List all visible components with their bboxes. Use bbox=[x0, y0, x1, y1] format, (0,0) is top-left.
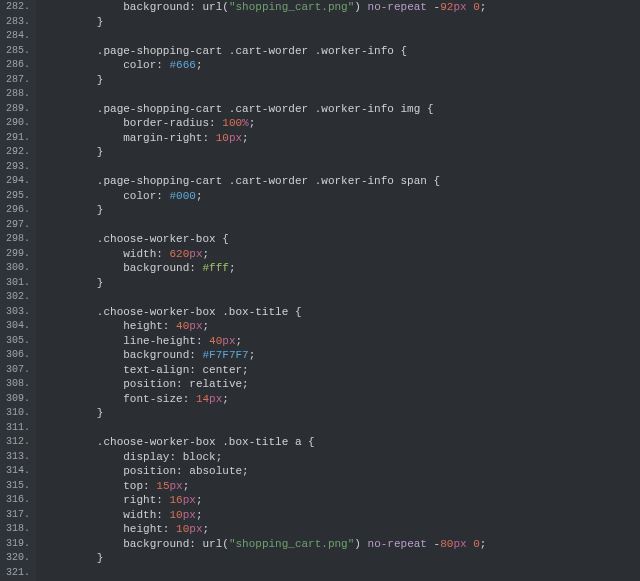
semicolon: ; bbox=[196, 509, 203, 521]
brace-close: } bbox=[97, 16, 104, 28]
brace-open: { bbox=[222, 233, 229, 245]
code-line: } bbox=[44, 203, 640, 218]
semicolon: ; bbox=[480, 538, 487, 550]
code-line: display: block; bbox=[44, 450, 640, 465]
semicolon: ; bbox=[229, 262, 236, 274]
brace-open: { bbox=[308, 436, 315, 448]
semicolon: ; bbox=[196, 494, 203, 506]
colon: : bbox=[202, 132, 209, 144]
color-value: #F7F7F7 bbox=[202, 349, 248, 361]
line-number: 283 bbox=[6, 15, 30, 30]
code-line: } bbox=[44, 551, 640, 566]
property: width bbox=[123, 509, 156, 521]
property: color bbox=[123, 59, 156, 71]
code-line: background: #F7F7F7; bbox=[44, 348, 640, 363]
string: "shopping_cart.png" bbox=[229, 538, 354, 550]
property: text-align bbox=[123, 364, 189, 376]
code-line bbox=[44, 566, 640, 581]
number: 100 bbox=[222, 117, 242, 129]
line-number: 313 bbox=[6, 450, 30, 465]
number: 10 bbox=[169, 509, 182, 521]
ident-value: block bbox=[183, 451, 216, 463]
string: "shopping_cart.png" bbox=[229, 1, 354, 13]
code-line: position: relative; bbox=[44, 377, 640, 392]
line-number: 286 bbox=[6, 58, 30, 73]
colon: : bbox=[209, 117, 216, 129]
brace-close: } bbox=[97, 407, 104, 419]
colon: : bbox=[163, 320, 170, 332]
unit: px bbox=[222, 335, 235, 347]
semicolon: ; bbox=[222, 393, 229, 405]
ident-value: absolute bbox=[189, 465, 242, 477]
code-line bbox=[44, 87, 640, 102]
colon: : bbox=[156, 509, 163, 521]
code-line: height: 10px; bbox=[44, 522, 640, 537]
colon: : bbox=[156, 190, 163, 202]
line-number: 304 bbox=[6, 319, 30, 334]
code-line: color: #666; bbox=[44, 58, 640, 73]
colon: : bbox=[189, 349, 196, 361]
colon: : bbox=[189, 262, 196, 274]
brace-open: { bbox=[427, 103, 434, 115]
property: display bbox=[123, 451, 169, 463]
line-number: 318 bbox=[6, 522, 30, 537]
semicolon: ; bbox=[242, 364, 249, 376]
line-number: 315 bbox=[6, 479, 30, 494]
code-line: .choose-worker-box .box-title a { bbox=[44, 435, 640, 450]
line-number: 316 bbox=[6, 493, 30, 508]
property: background bbox=[123, 1, 189, 13]
line-number-gutter: 2822832842852862872882892902912922932942… bbox=[0, 0, 36, 581]
code-line: } bbox=[44, 406, 640, 421]
line-number: 303 bbox=[6, 305, 30, 320]
unit: px bbox=[183, 494, 196, 506]
code-line bbox=[44, 290, 640, 305]
line-number: 297 bbox=[6, 218, 30, 233]
color-value: #fff bbox=[202, 262, 228, 274]
code-line bbox=[44, 421, 640, 436]
semicolon: ; bbox=[249, 349, 256, 361]
line-number: 308 bbox=[6, 377, 30, 392]
code-line: } bbox=[44, 15, 640, 30]
number: 80 bbox=[440, 538, 453, 550]
unit: px bbox=[183, 509, 196, 521]
line-number: 298 bbox=[6, 232, 30, 247]
number: 92 bbox=[440, 1, 453, 13]
colon: : bbox=[156, 248, 163, 260]
unit: px bbox=[169, 480, 182, 492]
number: 0 bbox=[473, 1, 480, 13]
code-line: width: 620px; bbox=[44, 247, 640, 262]
selector: .choose-worker-box bbox=[97, 233, 216, 245]
property: background bbox=[123, 538, 189, 550]
code-line: border-radius: 100%; bbox=[44, 116, 640, 131]
line-number: 310 bbox=[6, 406, 30, 421]
ident-value: center bbox=[202, 364, 242, 376]
line-number: 321 bbox=[6, 566, 30, 581]
code-line: } bbox=[44, 73, 640, 88]
code-line: .choose-worker-box .box-title { bbox=[44, 305, 640, 320]
line-number: 300 bbox=[6, 261, 30, 276]
code-line bbox=[44, 160, 640, 175]
url-func: ) bbox=[354, 1, 361, 13]
color-value: #000 bbox=[169, 190, 195, 202]
code-line: right: 16px; bbox=[44, 493, 640, 508]
url-func: url( bbox=[202, 538, 228, 550]
line-number: 319 bbox=[6, 537, 30, 552]
ident-value: relative bbox=[189, 378, 242, 390]
line-number: 305 bbox=[6, 334, 30, 349]
colon: : bbox=[163, 523, 170, 535]
line-number: 302 bbox=[6, 290, 30, 305]
colon: : bbox=[189, 538, 196, 550]
code-area[interactable]: background: url("shopping_cart.png") no-… bbox=[36, 0, 640, 581]
code-line: height: 40px; bbox=[44, 319, 640, 334]
line-number: 307 bbox=[6, 363, 30, 378]
semicolon: ; bbox=[216, 451, 223, 463]
property: margin-right bbox=[123, 132, 202, 144]
colon: : bbox=[183, 393, 190, 405]
unit: px bbox=[453, 538, 466, 550]
unit: px bbox=[229, 132, 242, 144]
brace-close: } bbox=[97, 277, 104, 289]
code-line: } bbox=[44, 276, 640, 291]
colon: : bbox=[156, 494, 163, 506]
unit: px bbox=[189, 523, 202, 535]
semicolon: ; bbox=[203, 248, 210, 260]
